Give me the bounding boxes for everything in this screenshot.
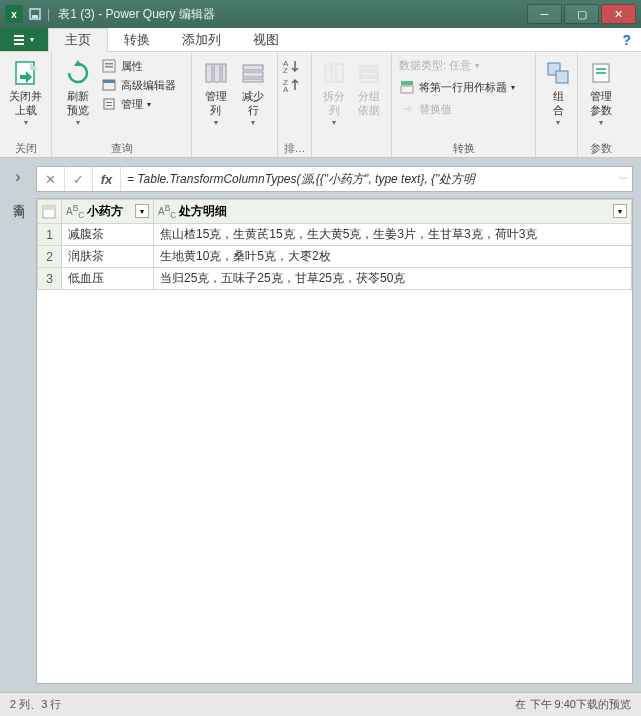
- formula-commit-button[interactable]: ✓: [65, 167, 93, 191]
- cell[interactable]: 减腹茶: [62, 224, 154, 246]
- svg-rect-27: [360, 72, 378, 76]
- row-number: 3: [38, 268, 62, 290]
- group-by-button: 分组 依据: [352, 56, 387, 120]
- svg-rect-19: [243, 79, 263, 82]
- qat-save-icon[interactable]: [28, 7, 42, 21]
- svg-rect-2: [14, 35, 24, 37]
- svg-rect-26: [360, 66, 378, 70]
- properties-button[interactable]: 属性: [101, 58, 176, 74]
- tab-home[interactable]: 主页: [48, 28, 108, 52]
- text-type-icon: ABC: [158, 203, 176, 220]
- params-icon: [586, 58, 616, 88]
- row-number: 2: [38, 246, 62, 268]
- svg-rect-15: [214, 64, 220, 82]
- formula-input[interactable]: = Table.TransformColumnTypes(源,{{"小药方", …: [121, 171, 614, 188]
- cell[interactable]: 焦山楂15克，生黄芪15克，生大黄5克，生姜3片，生甘草3克，荷叶3克: [154, 224, 632, 246]
- sort-asc-button[interactable]: AZ: [283, 58, 301, 74]
- group-icon: [354, 58, 384, 88]
- rows-icon: [238, 58, 268, 88]
- cell[interactable]: 生地黄10克，桑叶5克，大枣2枚: [154, 246, 632, 268]
- cell[interactable]: 润肤茶: [62, 246, 154, 268]
- group-label-params: 参数: [578, 141, 624, 157]
- svg-rect-11: [104, 99, 114, 109]
- header-icon: [399, 79, 415, 95]
- sort-desc-button[interactable]: ZA: [283, 77, 301, 93]
- svg-rect-29: [401, 81, 413, 85]
- group-label-sort: 排…: [278, 141, 311, 157]
- svg-text:Z: Z: [283, 66, 288, 74]
- properties-icon: [101, 58, 117, 74]
- advanced-editor-button[interactable]: 高级编辑器: [101, 77, 176, 93]
- title-bar: x | 表1 (3) - Power Query 编辑器 ─ ▢ ✕: [0, 0, 641, 28]
- formula-expand-button[interactable]: ﹀: [614, 173, 632, 186]
- columns-icon: [201, 58, 231, 88]
- first-row-header-button[interactable]: 将第一行用作标题 ▾: [399, 79, 515, 95]
- refresh-preview-button[interactable]: 刷新 预览 ▾: [57, 56, 99, 130]
- svg-rect-34: [596, 68, 606, 70]
- group-label-close: 关闭: [0, 141, 51, 157]
- queries-label[interactable]: 查询: [10, 194, 27, 200]
- workspace: › 查询 ✕ ✓ fx = Table.TransformColumnTypes…: [0, 158, 641, 692]
- group-label-query: 查询: [52, 141, 191, 157]
- combine-button[interactable]: 组 合 ▾: [541, 56, 575, 130]
- close-button[interactable]: ✕: [601, 4, 636, 24]
- manage-params-button[interactable]: 管理 参数 ▾: [583, 56, 619, 130]
- svg-rect-13: [106, 105, 112, 106]
- data-grid: ABC 小药方 ▾ ABC 处方明细 ▾: [36, 198, 633, 684]
- svg-rect-17: [243, 65, 263, 70]
- status-left: 2 列、3 行: [10, 697, 61, 712]
- svg-rect-1: [32, 15, 38, 18]
- reduce-rows-button[interactable]: 减少 行 ▾: [235, 56, 273, 130]
- split-icon: [319, 58, 349, 88]
- svg-text:A: A: [283, 85, 289, 93]
- replace-icon: [399, 101, 415, 117]
- manage-icon: [101, 96, 117, 112]
- ribbon: 关闭并 上载 ▾ 关闭 刷新 预览 ▾ 属性 高级编辑器: [0, 52, 641, 158]
- help-icon[interactable]: ?: [622, 28, 631, 51]
- close-load-button[interactable]: 关闭并 上载 ▾: [5, 56, 46, 130]
- minimize-button[interactable]: ─: [527, 4, 562, 24]
- formula-cancel-button[interactable]: ✕: [37, 167, 65, 191]
- file-menu-button[interactable]: ▾: [0, 28, 48, 51]
- grid-corner[interactable]: [38, 200, 62, 224]
- column-header-1[interactable]: ABC 小药方 ▾: [62, 200, 154, 224]
- tab-transform[interactable]: 转换: [108, 28, 166, 51]
- combine-icon: [543, 58, 573, 88]
- tab-view[interactable]: 视图: [237, 28, 295, 51]
- svg-rect-28: [360, 78, 378, 82]
- column-header-2[interactable]: ABC 处方明细 ▾: [154, 200, 632, 224]
- filter-icon[interactable]: ▾: [135, 204, 149, 218]
- cell[interactable]: 低血压: [62, 268, 154, 290]
- table-row[interactable]: 2 润肤茶 生地黄10克，桑叶5克，大枣2枚: [38, 246, 632, 268]
- svg-rect-25: [336, 64, 343, 82]
- ribbon-tabs: ▾ 主页 转换 添加列 视图 ?: [0, 28, 641, 52]
- manage-columns-button[interactable]: 管理 列 ▾: [197, 56, 235, 130]
- table-row[interactable]: 3 低血压 当归25克，五味子25克，甘草25克，茯苓50克: [38, 268, 632, 290]
- text-type-icon: ABC: [66, 203, 84, 220]
- filter-icon[interactable]: ▾: [613, 204, 627, 218]
- svg-rect-8: [105, 66, 113, 68]
- window-title: 表1 (3) - Power Query 编辑器: [58, 6, 215, 23]
- datatype-dropdown: 数据类型: 任意 ▾: [399, 58, 515, 73]
- svg-rect-35: [596, 72, 606, 74]
- svg-rect-24: [325, 64, 332, 82]
- replace-values-button: 替换值: [399, 101, 515, 117]
- split-column-button: 拆分 列 ▾: [317, 56, 352, 130]
- expand-queries-button[interactable]: ›: [15, 168, 20, 186]
- refresh-icon: [63, 58, 93, 88]
- tab-add-column[interactable]: 添加列: [166, 28, 237, 51]
- svg-rect-12: [106, 102, 112, 103]
- status-right: 在 下午 9:40下载的预览: [515, 697, 631, 712]
- svg-rect-37: [43, 206, 55, 210]
- svg-rect-14: [206, 64, 212, 82]
- advanced-editor-icon: [101, 77, 117, 93]
- formula-bar: ✕ ✓ fx = Table.TransformColumnTypes(源,{{…: [36, 166, 633, 192]
- svg-rect-16: [222, 64, 226, 82]
- table-row[interactable]: 1 减腹茶 焦山楂15克，生黄芪15克，生大黄5克，生姜3片，生甘草3克，荷叶3…: [38, 224, 632, 246]
- maximize-button[interactable]: ▢: [564, 4, 599, 24]
- manage-button[interactable]: 管理 ▾: [101, 96, 176, 112]
- excel-icon: x: [5, 5, 23, 23]
- formula-fx-icon[interactable]: fx: [93, 167, 121, 191]
- status-bar: 2 列、3 行 在 下午 9:40下载的预览: [0, 692, 641, 716]
- cell[interactable]: 当归25克，五味子25克，甘草25克，茯苓50克: [154, 268, 632, 290]
